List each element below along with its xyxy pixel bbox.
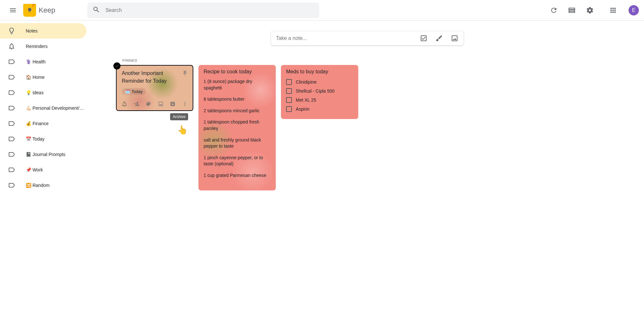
checkbox-icon[interactable] — [286, 79, 292, 85]
sidebar-item-label: Reminders — [26, 44, 48, 49]
checkbox-icon[interactable] — [286, 97, 292, 103]
note-title: Another Important Reminder for Today — [122, 69, 187, 85]
checklist-item[interactable]: Shellcal - Cipla 500 — [286, 88, 353, 94]
checkbox-icon[interactable] — [286, 88, 292, 94]
calendar-icon: 🗓️ — [125, 89, 130, 94]
palette-icon[interactable] — [143, 99, 154, 109]
label-icon — [4, 151, 19, 158]
settings-button[interactable] — [582, 3, 598, 18]
label-icon — [4, 89, 19, 96]
list-view-button[interactable] — [564, 3, 580, 18]
list-item: 8 tablespoons butter — [204, 96, 271, 103]
checklist-item[interactable]: Met XL 25 — [286, 97, 353, 103]
compose-bar[interactable] — [271, 31, 464, 46]
collaborator-icon[interactable] — [131, 99, 142, 109]
new-drawing-icon[interactable] — [435, 34, 443, 42]
app-name: Keep — [39, 6, 55, 14]
keep-logo-icon — [23, 4, 36, 17]
sidebar-item-work[interactable]: 📌 Work — [0, 162, 86, 178]
new-list-icon[interactable] — [420, 34, 428, 42]
checkbox-icon[interactable] — [286, 106, 292, 112]
item-label: Met XL 25 — [296, 97, 316, 103]
sidebar-item-label: 💡 Ideas — [26, 90, 43, 95]
sidebar-item-random[interactable]: 🔀 Random — [0, 178, 86, 193]
label-icon — [4, 135, 19, 143]
checklist-item[interactable]: Aspirin — [286, 106, 353, 112]
label-icon — [4, 73, 19, 81]
sidebar-item-label: 💪🏻 Personal Development/H... — [26, 106, 86, 111]
note-toolbar — [117, 97, 193, 110]
compose-input[interactable] — [276, 35, 412, 41]
logo-area[interactable]: Keep — [23, 4, 55, 17]
sidebar-item-today[interactable]: 📅 Today — [0, 131, 86, 147]
note-title: Recipe to cook today — [204, 69, 271, 75]
cursor-pointer-icon: 👆 — [177, 125, 187, 135]
sidebar-item-label: 🔀 Random — [26, 183, 50, 188]
more-icon[interactable] — [180, 99, 190, 109]
content-area: PINNED Another Important Reminder for To… — [90, 21, 644, 312]
sidebar-item-label: 📌 Work — [26, 167, 43, 172]
pinned-section-label: PINNED — [122, 59, 618, 62]
search-icon — [92, 6, 100, 15]
chip-label: Today — [131, 89, 143, 94]
note-card-meds[interactable]: Meds to buy today Clinidipine Shellcal -… — [281, 65, 358, 119]
sidebar-item-label: ⚕️ Health — [26, 59, 45, 64]
refresh-button[interactable] — [546, 3, 562, 18]
sidebar-item-reminders[interactable]: Reminders — [0, 39, 86, 54]
item-label: Aspirin — [296, 106, 310, 112]
remind-me-icon[interactable] — [119, 99, 130, 109]
sidebar-item-label: 📓 Journal Prompts — [26, 152, 65, 157]
sidebar-item-notes[interactable]: Notes — [0, 23, 86, 39]
bell-icon — [4, 42, 19, 50]
sidebar-item-label: 💰 Finance — [26, 121, 49, 126]
list-item: 2 tablespoons minced garlic — [204, 108, 271, 114]
checklist-item[interactable]: Clinidipine — [286, 79, 353, 85]
archive-tooltip: Archive — [170, 113, 188, 120]
main-menu-button[interactable] — [5, 3, 21, 18]
pin-icon[interactable] — [180, 68, 190, 78]
header-actions: E — [546, 3, 639, 18]
sidebar-item-label: 📅 Today — [26, 136, 44, 142]
item-label: Shellcal - Cipla 500 — [296, 88, 335, 94]
list-item: 1 cup grated Parmesan cheese — [204, 172, 271, 179]
label-icon — [4, 181, 19, 189]
note-body: 1 (8 ounce) package dry spaghetti 8 tabl… — [204, 78, 271, 179]
list-item: salt and freshly ground black pepper to … — [204, 137, 271, 150]
archive-icon[interactable] — [168, 99, 178, 109]
sidebar-item-label: 🏠 Home — [26, 75, 44, 80]
apps-button[interactable] — [605, 3, 621, 18]
item-label: Clinidipine — [296, 79, 317, 85]
list-item: 1 (8 ounce) package dry spaghetti — [204, 78, 271, 91]
label-icon — [4, 120, 19, 127]
list-item: 1 tablespoon chopped fresh parsley — [204, 119, 271, 132]
note-title: Meds to buy today — [286, 69, 353, 75]
sidebar-item-health[interactable]: ⚕️ Health — [0, 54, 86, 69]
sidebar-item-finance[interactable]: 💰 Finance — [0, 116, 86, 131]
account-avatar[interactable]: E — [629, 5, 639, 15]
list-item: 1 pinch cayenne pepper, or to taste (opt… — [204, 155, 271, 167]
search-box[interactable] — [87, 3, 319, 18]
sidebar-item-ideas[interactable]: 💡 Ideas — [0, 85, 86, 100]
sidebar-item-home[interactable]: 🏠 Home — [0, 69, 86, 85]
lightbulb-icon — [4, 27, 19, 35]
sidebar: Notes Reminders ⚕️ Health 🏠 Home 💡 Ideas… — [0, 21, 90, 312]
label-icon — [4, 166, 19, 174]
sidebar-item-label: Notes — [26, 28, 38, 33]
selected-badge-icon[interactable] — [113, 62, 120, 69]
sidebar-item-journal[interactable]: 📓 Journal Prompts — [0, 147, 86, 162]
new-image-icon[interactable] — [451, 34, 458, 42]
label-icon — [4, 104, 19, 112]
label-icon — [4, 58, 19, 66]
reminder-chip[interactable]: 🗓️ Today — [122, 88, 146, 95]
note-card-reminder[interactable]: Another Important Reminder for Today 🗓️ … — [116, 65, 193, 111]
image-icon[interactable] — [156, 99, 166, 109]
search-input[interactable] — [105, 7, 314, 13]
sidebar-item-personal-dev[interactable]: 💪🏻 Personal Development/H... — [0, 100, 86, 116]
header: Keep E — [0, 0, 644, 21]
note-card-recipe[interactable]: Recipe to cook today 1 (8 ounce) package… — [198, 65, 276, 190]
